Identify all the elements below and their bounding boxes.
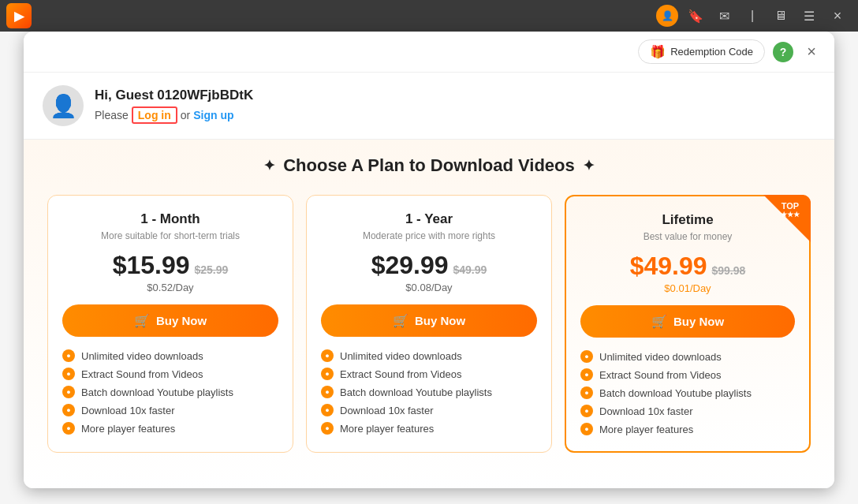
titlebar-separator: | bbox=[741, 5, 763, 27]
help-button[interactable]: ? bbox=[773, 42, 793, 62]
list-item: ● More player features bbox=[321, 422, 537, 435]
titlebar-left: ▶ bbox=[0, 0, 32, 32]
feature-text: More player features bbox=[340, 423, 434, 435]
gift-icon: 🎁 bbox=[650, 44, 666, 59]
buy-label-yearly: Buy Now bbox=[415, 314, 465, 327]
feature-text: Extract Sound from Videos bbox=[599, 369, 721, 381]
app-icon: ▶ bbox=[6, 3, 32, 28]
features-list-lifetime: ● Unlimited video downloads ● Extract So… bbox=[580, 350, 795, 435]
titlebar-monitor-icon[interactable]: 🖥 bbox=[770, 5, 792, 27]
feature-text: Unlimited video downloads bbox=[599, 351, 722, 363]
titlebar-user-avatar: 👤 bbox=[656, 5, 678, 27]
feature-text: Extract Sound from Videos bbox=[81, 368, 203, 380]
list-item: ● More player features bbox=[580, 423, 795, 435]
top-badge-wrapper: TOP ★★★ bbox=[763, 195, 811, 242]
feature-dot: ● bbox=[62, 404, 75, 416]
feature-text: Download 10x faster bbox=[599, 405, 693, 417]
panel-close-button[interactable]: × bbox=[801, 42, 822, 62]
list-item: ● Unlimited video downloads bbox=[321, 349, 537, 362]
titlebar-menu-icon[interactable]: ☰ bbox=[798, 5, 820, 27]
plan-card-monthly: 1 - Month More suitable for short-term t… bbox=[47, 195, 293, 453]
list-item: ● Batch download Youtube playlists bbox=[321, 386, 537, 398]
top-badge-text: TOP ★★★ bbox=[773, 201, 808, 218]
feature-dot: ● bbox=[580, 423, 593, 435]
list-item: ● Batch download Youtube playlists bbox=[580, 386, 795, 399]
plan-card-lifetime: TOP ★★★ Lifetime Best value for money $4… bbox=[565, 195, 811, 453]
buy-button-yearly[interactable]: 🛒 Buy Now bbox=[321, 304, 537, 337]
plan-title-text: Choose A Plan to Download Videos bbox=[283, 155, 575, 176]
user-avatar: 👤 bbox=[43, 85, 84, 126]
plan-card-yearly: 1 - Year Moderate price with more rights… bbox=[306, 195, 552, 453]
list-item: ● More player features bbox=[62, 422, 278, 435]
original-price-yearly: $49.99 bbox=[453, 263, 487, 276]
feature-text: Batch download Youtube playlists bbox=[599, 387, 752, 399]
feature-text: Extract Sound from Videos bbox=[340, 368, 461, 380]
per-day-yearly: $0.08/Day bbox=[405, 282, 452, 293]
buy-button-monthly[interactable]: 🛒 Buy Now bbox=[62, 304, 278, 337]
feature-dot: ● bbox=[321, 386, 334, 398]
feature-dot: ● bbox=[62, 422, 75, 435]
plan-name-lifetime: Lifetime bbox=[662, 212, 713, 228]
plan-title: ✦ Choose A Plan to Download Videos ✦ bbox=[47, 155, 811, 176]
top-badge-label: TOP bbox=[773, 201, 808, 211]
buy-label-monthly: Buy Now bbox=[156, 314, 207, 327]
feature-dot: ● bbox=[321, 368, 334, 380]
signup-link[interactable]: Sign up bbox=[193, 109, 233, 121]
titlebar-close-button[interactable]: × bbox=[826, 5, 849, 27]
cart-icon-yearly: 🛒 bbox=[393, 313, 408, 328]
plan-subtitle-monthly: More suitable for short-term trials bbox=[101, 230, 240, 241]
price-value-yearly: $29.99 bbox=[371, 251, 449, 280]
panel-topbar: 🎁 Redemption Code ? × bbox=[24, 32, 834, 73]
feature-dot: ● bbox=[62, 368, 75, 380]
plans-grid: 1 - Month More suitable for short-term t… bbox=[47, 195, 811, 453]
plan-subtitle-lifetime: Best value for money bbox=[644, 231, 733, 242]
list-item: ● Unlimited video downloads bbox=[580, 350, 795, 363]
original-price-lifetime: $99.98 bbox=[712, 264, 746, 277]
login-link[interactable]: Log in bbox=[132, 106, 177, 124]
per-day-monthly: $0.52/Day bbox=[147, 282, 193, 293]
price-value-lifetime: $49.99 bbox=[630, 252, 707, 281]
features-list-monthly: ● Unlimited video downloads ● Extract So… bbox=[62, 349, 278, 435]
list-item: ● Download 10x faster bbox=[62, 404, 278, 416]
feature-dot: ● bbox=[321, 349, 334, 362]
feature-dot: ● bbox=[580, 405, 593, 417]
feature-dot: ● bbox=[321, 422, 334, 435]
cart-icon-lifetime: 🛒 bbox=[651, 314, 667, 329]
titlebar-bookmark-icon[interactable]: 🔖 bbox=[685, 5, 707, 27]
or-text: or bbox=[181, 109, 190, 121]
feature-dot: ● bbox=[62, 349, 75, 362]
buy-button-lifetime[interactable]: 🛒 Buy Now bbox=[580, 305, 795, 338]
overlay-panel: 🎁 Redemption Code ? × 👤 Hi, Guest 0120WF… bbox=[24, 32, 834, 488]
user-info: Hi, Guest 0120WFjbBDtK Please Log in or … bbox=[95, 88, 253, 124]
titlebar-mail-icon[interactable]: ✉ bbox=[713, 5, 735, 27]
redemption-code-button[interactable]: 🎁 Redemption Code bbox=[638, 39, 765, 64]
feature-text: Batch download Youtube playlists bbox=[340, 386, 492, 398]
list-item: ● Extract Sound from Videos bbox=[62, 368, 278, 380]
feature-text: Download 10x faster bbox=[81, 405, 175, 416]
list-item: ● Download 10x faster bbox=[580, 405, 795, 417]
feature-text: Download 10x faster bbox=[340, 405, 434, 416]
original-price-monthly: $25.99 bbox=[195, 263, 229, 276]
plan-price-yearly: $29.99 $49.99 bbox=[371, 251, 487, 280]
list-item: ● Batch download Youtube playlists bbox=[62, 386, 278, 398]
titlebar-controls: 👤 🔖 ✉ | 🖥 ☰ × bbox=[656, 5, 849, 27]
main-content: ✦ Choose A Plan to Download Videos ✦ 1 -… bbox=[24, 140, 834, 488]
plan-name-yearly: 1 - Year bbox=[405, 211, 453, 227]
list-item: ● Extract Sound from Videos bbox=[580, 368, 795, 381]
plan-price-lifetime: $49.99 $99.98 bbox=[630, 252, 746, 281]
cart-icon-monthly: 🛒 bbox=[134, 313, 150, 328]
feature-text: More player features bbox=[599, 424, 693, 435]
per-day-lifetime: $0.01/Day bbox=[664, 282, 711, 294]
feature-text: More player features bbox=[81, 423, 175, 435]
plan-subtitle-yearly: Moderate price with more rights bbox=[363, 230, 495, 241]
user-section: 👤 Hi, Guest 0120WFjbBDtK Please Log in o… bbox=[24, 73, 834, 140]
redemption-label: Redemption Code bbox=[670, 46, 753, 58]
buy-label-lifetime: Buy Now bbox=[673, 315, 724, 328]
avatar-icon: 👤 bbox=[50, 93, 77, 119]
features-list-yearly: ● Unlimited video downloads ● Extract So… bbox=[321, 349, 537, 435]
list-item: ● Extract Sound from Videos bbox=[321, 368, 537, 380]
list-item: ● Download 10x faster bbox=[321, 404, 537, 416]
user-login-prompt: Please Log in or Sign up bbox=[95, 106, 253, 124]
plan-price-monthly: $15.99 $25.99 bbox=[113, 251, 229, 280]
feature-dot: ● bbox=[62, 386, 75, 398]
